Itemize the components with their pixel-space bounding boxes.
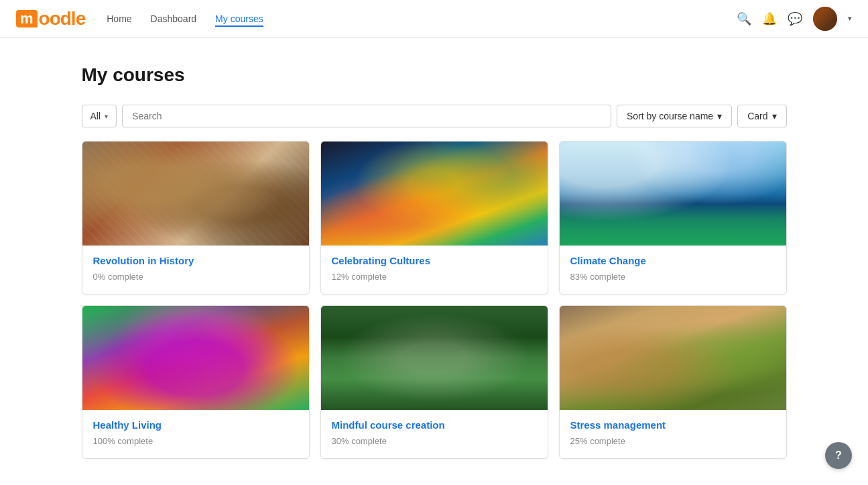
course-body: Mindful course creation 30% complete: [321, 410, 548, 458]
course-title[interactable]: Climate Change: [570, 255, 776, 266]
nav-right-actions: 🔍 🔔 💬 ▾: [737, 7, 852, 31]
course-progress: 0% complete: [93, 272, 298, 282]
course-image: [82, 306, 309, 410]
course-card: Mindful course creation 30% complete: [320, 305, 548, 459]
course-body: Celebrating Cultures 12% complete: [321, 246, 548, 294]
page-title: My courses: [82, 64, 787, 86]
navbar: m oodle Home Dashboard My courses 🔍 🔔 💬 …: [0, 0, 868, 38]
course-image: [560, 142, 786, 246]
search-icon[interactable]: 🔍: [737, 11, 751, 26]
nav-item-home[interactable]: Home: [107, 13, 131, 25]
course-progress: 83% complete: [570, 272, 776, 282]
moodle-wordmark: oodle: [39, 8, 86, 30]
view-label: Card: [747, 111, 767, 121]
course-card: Celebrating Cultures 12% complete: [320, 141, 548, 294]
brand-logo[interactable]: m oodle: [16, 8, 85, 30]
course-card: Revolution in History 0% complete: [82, 141, 310, 294]
show-row: Show 12 ▾: [82, 480, 787, 485]
search-wrapper[interactable]: [122, 105, 611, 127]
filter-all-label: All: [90, 111, 101, 121]
moodle-m-icon: m: [16, 10, 38, 28]
course-title[interactable]: Healthy Living: [93, 419, 298, 431]
filter-all-chevron: ▾: [105, 113, 108, 120]
nav-links: Home Dashboard My courses: [107, 13, 737, 25]
bell-icon[interactable]: 🔔: [762, 11, 777, 26]
course-title[interactable]: Revolution in History: [93, 255, 298, 266]
course-title[interactable]: Celebrating Cultures: [332, 255, 537, 266]
course-progress: 100% complete: [93, 436, 298, 446]
course-image: [321, 142, 548, 246]
nav-link-mycourses[interactable]: My courses: [215, 13, 263, 27]
course-title[interactable]: Mindful course creation: [332, 419, 537, 431]
view-select[interactable]: Card ▾: [737, 105, 786, 127]
course-title[interactable]: Stress management: [570, 419, 776, 431]
view-chevron: ▾: [772, 111, 777, 121]
sort-select[interactable]: Sort by course name ▾: [617, 105, 732, 127]
search-input[interactable]: [132, 111, 601, 121]
filter-all-select[interactable]: All ▾: [82, 105, 117, 127]
sort-label: Sort by course name: [627, 111, 713, 121]
course-image: [560, 306, 786, 410]
course-progress: 30% complete: [332, 436, 537, 446]
nav-link-home[interactable]: Home: [107, 13, 131, 27]
course-image: [321, 306, 548, 410]
course-progress: 12% complete: [332, 272, 537, 282]
nav-item-mycourses[interactable]: My courses: [215, 13, 263, 25]
user-menu-chevron[interactable]: ▾: [848, 14, 852, 23]
course-card: Healthy Living 100% complete: [82, 305, 310, 459]
course-body: Healthy Living 100% complete: [82, 410, 309, 458]
courses-grid: Revolution in History 0% complete Celebr…: [82, 141, 787, 459]
course-progress: 25% complete: [570, 436, 776, 446]
help-button[interactable]: ?: [825, 442, 852, 469]
main-content: My courses All ▾ Sort by course name ▾ C…: [66, 38, 803, 485]
course-body: Stress management 25% complete: [560, 410, 786, 458]
message-icon[interactable]: 💬: [788, 11, 802, 26]
nav-item-dashboard[interactable]: Dashboard: [151, 13, 197, 25]
avatar-image: [813, 7, 837, 31]
sort-chevron: ▾: [717, 111, 722, 121]
course-body: Revolution in History 0% complete: [82, 246, 309, 294]
course-image: [82, 142, 309, 246]
nav-link-dashboard[interactable]: Dashboard: [151, 13, 197, 27]
course-card: Stress management 25% complete: [559, 305, 787, 459]
course-card: Climate Change 83% complete: [559, 141, 787, 294]
filter-bar: All ▾ Sort by course name ▾ Card ▾: [82, 105, 787, 127]
course-body: Climate Change 83% complete: [560, 246, 786, 294]
user-avatar[interactable]: [813, 7, 837, 31]
